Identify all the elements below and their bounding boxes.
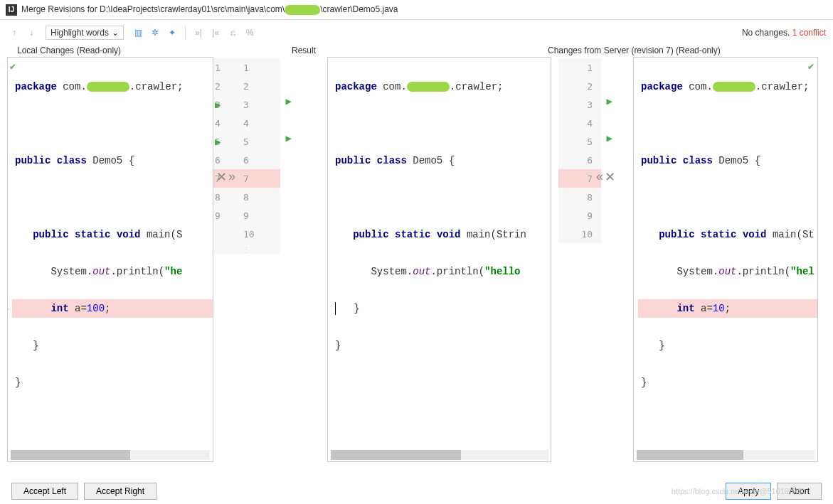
chevron-down-icon: ⌄ [112,28,119,38]
merge-area: ✔ package com..crawler; public class Dem… [0,57,833,462]
scrollbar[interactable] [637,450,815,460]
check-icon: ✔ [807,62,815,72]
apply-arrow-icon[interactable]: ▶ [215,136,221,147]
accept-left-arrow-icon[interactable]: « [596,169,603,185]
accept-right-button[interactable]: Accept Right [84,483,156,500]
footer: Accept Left Accept Right Apply Abort [0,483,833,500]
apply-button[interactable]: Apply [726,483,771,500]
apply-right-icon[interactable]: |« [208,26,223,40]
scrollbar[interactable] [331,450,548,460]
app-icon: IJ [6,4,17,16]
center-pane-header: Result [221,45,548,55]
highlight-dropdown[interactable]: Highlight words⌄ [46,26,124,40]
left-gutter: 11 22 ▶33▶ 44 ▶55▶ 66 77 88 99 10 ⋮ [213,58,280,254]
check-icon: ✔ [9,62,16,72]
magic-resolve-icon[interactable]: ✦ [165,26,179,40]
titlebar: IJ Merge Revisions for D:\IdeaProjects\c… [0,0,833,20]
window-title: Merge Revisions for D:\IdeaProjects\craw… [21,4,398,15]
accept-right-arrow-icon[interactable]: » [228,169,235,185]
pane-headers: Local Changes (Read-only) Result Changes… [0,45,833,55]
apply-arrow-icon[interactable]: ▶ [286,95,292,107]
apply-arrow-icon[interactable]: ▶ [607,132,612,144]
conflict-controls-right: « ✕ [596,169,615,185]
left-code-pane[interactable]: ✔ package com..crawler; public class Dem… [7,57,213,462]
scrollbar[interactable] [11,450,210,460]
reject-icon[interactable]: ✕ [216,169,227,185]
status-text: No changes. 1 conflict [742,28,826,38]
settings-icon[interactable]: ✲ [148,26,162,40]
prev-diff-button[interactable]: ↑ [7,26,21,40]
abort-button[interactable]: Abort [777,483,822,500]
right-gutter: 1 2 3▶ 4 5▶ 6 7 8 9 10 [558,58,601,243]
apply-arrow-icon[interactable]: ▶ [607,95,612,107]
apply-left-icon[interactable]: »| [191,26,206,40]
apply-arrow-icon[interactable]: ▶ [286,132,292,144]
accept-left-button[interactable]: Accept Left [11,483,78,500]
undo-icon[interactable]: ⎌ [226,26,240,40]
toggle-panels-icon[interactable]: ▥ [131,26,145,40]
right-pane-header: Changes from Server (revision 7) (Read-o… [548,45,826,55]
next-diff-button[interactable]: ↓ [24,26,38,40]
percent-icon[interactable]: % [243,26,257,40]
left-pane-header: Local Changes (Read-only) [7,45,221,55]
apply-arrow-icon[interactable]: ▶ [215,99,221,110]
conflict-controls-left: ✕ » [216,169,235,185]
reject-icon[interactable]: ✕ [605,169,615,185]
toolbar: ↑ ↓ Highlight words⌄ ▥ ✲ ✦ »| |« ⎌ % No … [0,20,833,45]
right-code-pane[interactable]: ✔ package com..crawler; public class Dem… [633,57,818,462]
center-code-pane[interactable]: package com..crawler; public class Demo5… [327,57,551,462]
